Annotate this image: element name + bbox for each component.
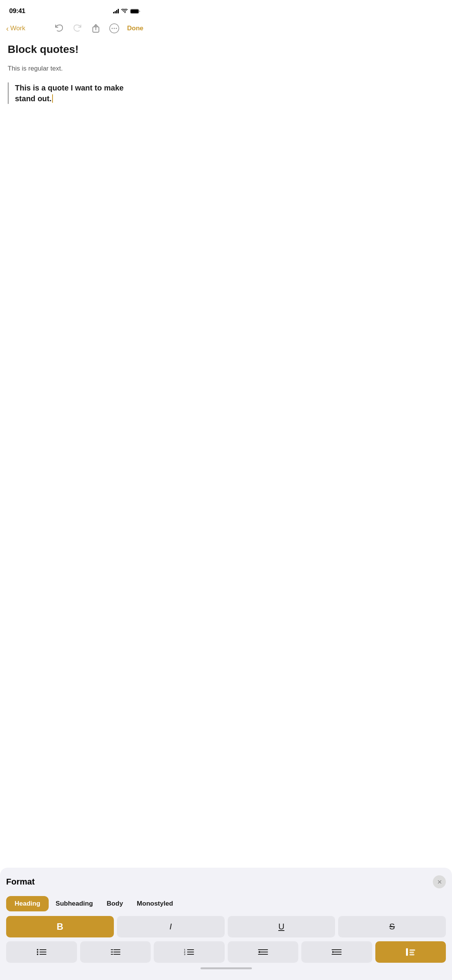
- status-icons: [113, 9, 140, 14]
- done-button[interactable]: Done: [127, 25, 144, 32]
- note-content: Block quotes! This is regular text. This…: [0, 38, 150, 104]
- redo-button[interactable]: [72, 23, 83, 34]
- svg-rect-1: [131, 9, 139, 13]
- battery-icon: [130, 9, 140, 14]
- nav-bar: ‹ Work: [0, 20, 150, 38]
- nav-actions: Done: [54, 23, 144, 34]
- note-title: Block quotes!: [8, 43, 142, 56]
- back-button[interactable]: ‹ Work: [6, 24, 25, 33]
- undo-button[interactable]: [54, 23, 64, 34]
- note-regular-text: This is regular text.: [8, 64, 142, 74]
- wifi-icon: [121, 9, 128, 13]
- svg-point-5: [113, 28, 115, 29]
- note-blockquote-text: This is a quote I want to make stand out…: [15, 82, 142, 104]
- status-time: 09:41: [9, 7, 25, 15]
- note-blockquote: This is a quote I want to make stand out…: [8, 82, 142, 104]
- status-bar: 09:41: [0, 0, 150, 20]
- more-button[interactable]: [109, 23, 120, 34]
- text-cursor: [52, 94, 53, 103]
- back-label: Work: [10, 25, 25, 32]
- share-button[interactable]: [90, 23, 101, 34]
- signal-icon: [113, 9, 119, 13]
- svg-point-4: [112, 28, 113, 29]
- svg-point-6: [116, 28, 117, 29]
- back-chevron-icon: ‹: [6, 24, 9, 33]
